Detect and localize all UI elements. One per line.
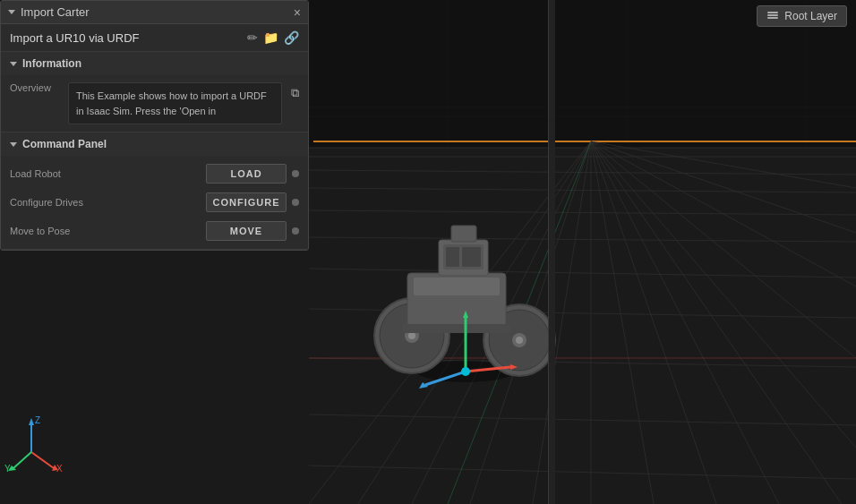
panel-subtitle-icons: ✏ 📁 🔗 — [247, 30, 299, 45]
panel-close-button[interactable]: × — [294, 6, 301, 19]
root-layer-button[interactable]: Root Layer — [757, 5, 847, 27]
edit-icon[interactable]: ✏ — [247, 30, 258, 45]
load-robot-right: LOAD — [206, 164, 299, 184]
overview-text: This Example shows how to import a URDF … — [68, 82, 282, 124]
svg-rect-73 — [767, 14, 778, 16]
move-to-pose-button[interactable]: MOVE — [206, 221, 287, 241]
information-section: Information Overview This Example shows … — [1, 52, 308, 132]
svg-text:Z: Z — [35, 415, 40, 425]
overview-label: Overview — [10, 82, 59, 124]
configure-drives-button[interactable]: CONFIGURE — [206, 192, 287, 212]
configure-drives-label: Configure Drives — [10, 197, 83, 208]
copy-icon[interactable]: ⧉ — [291, 86, 299, 100]
top-bar: Root Layer — [748, 0, 856, 32]
svg-text:Y: Y — [4, 464, 11, 474]
svg-rect-54 — [451, 226, 476, 242]
command-section: Command Panel Load Robot LOAD Configure … — [1, 132, 308, 250]
scrollbar[interactable] — [548, 0, 555, 504]
panel-subtitle: Import a UR10 via URDF — [10, 31, 139, 45]
panel-subtitle-bar: Import a UR10 via URDF ✏ 📁 🔗 — [1, 24, 308, 52]
command-section-label: Command Panel — [22, 138, 107, 150]
svg-point-43 — [408, 332, 415, 339]
info-collapse-icon — [10, 62, 17, 66]
load-robot-row: Load Robot LOAD — [1, 159, 308, 188]
move-to-pose-dot — [292, 227, 299, 235]
move-to-pose-row: Move to Pose MOVE — [1, 217, 308, 245]
panel-title-bar: Import Carter × — [1, 1, 308, 24]
svg-point-62 — [461, 367, 470, 376]
link-icon[interactable]: 🔗 — [284, 30, 299, 45]
move-to-pose-right: MOVE — [206, 221, 299, 241]
command-collapse-icon — [10, 142, 17, 147]
command-rows: Load Robot LOAD Configure Drives CONFIGU… — [1, 156, 308, 249]
panel-title-left: Import Carter — [8, 5, 90, 19]
svg-rect-49 — [414, 278, 500, 295]
configure-drives-right: CONFIGURE — [206, 192, 299, 212]
svg-text:X: X — [56, 464, 63, 474]
svg-rect-52 — [446, 247, 459, 267]
layers-icon — [766, 10, 779, 22]
folder-icon[interactable]: 📁 — [263, 30, 278, 45]
svg-point-47 — [516, 337, 523, 344]
information-section-label: Information — [22, 57, 81, 70]
load-robot-dot — [292, 170, 299, 177]
move-to-pose-label: Move to Pose — [10, 226, 70, 236]
svg-rect-53 — [462, 247, 481, 267]
panel-collapse-icon[interactable] — [8, 10, 15, 14]
information-section-header[interactable]: Information — [1, 52, 308, 75]
load-robot-button[interactable]: LOAD — [206, 164, 287, 184]
root-layer-label: Root Layer — [784, 10, 837, 22]
load-robot-label: Load Robot — [10, 168, 61, 179]
configure-drives-dot — [292, 199, 299, 206]
svg-rect-74 — [767, 12, 778, 13]
information-content: Overview This Example shows how to impor… — [1, 75, 308, 132]
svg-rect-72 — [767, 17, 778, 19]
main-panel: Import Carter × Import a UR10 via URDF ✏… — [0, 0, 309, 251]
panel-title: Import Carter — [21, 5, 90, 19]
svg-rect-55 — [403, 324, 510, 333]
configure-drives-row: Configure Drives CONFIGURE — [1, 188, 308, 217]
command-section-header[interactable]: Command Panel — [1, 132, 308, 156]
